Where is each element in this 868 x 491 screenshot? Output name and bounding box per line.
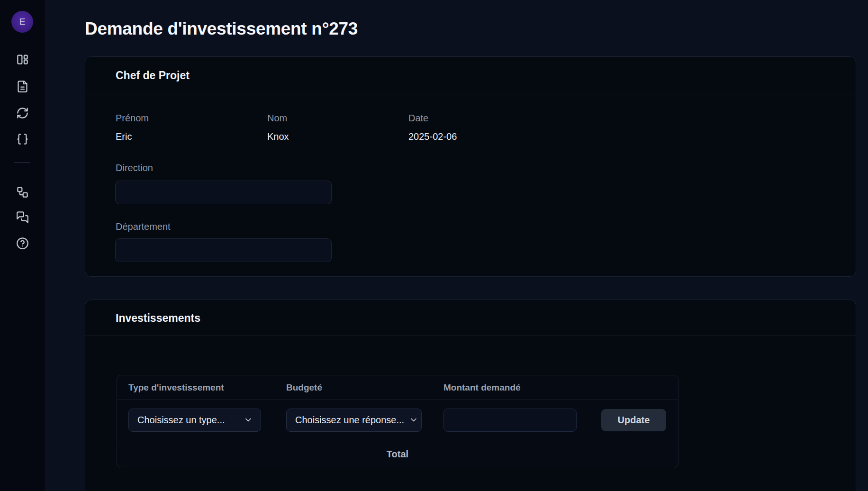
sidebar-item-workflow[interactable] (13, 182, 32, 201)
date-value: 2025-02-06 (408, 131, 825, 142)
sidebar-item-messages[interactable] (13, 208, 32, 227)
sidebar-item-help[interactable] (13, 234, 32, 253)
type-select-value: Choisissez un type... (137, 415, 225, 426)
montant-input[interactable] (443, 409, 577, 432)
field-date: Date 2025-02-06 (408, 112, 825, 142)
table-header-row: Type d'investissement Budgeté Montant de… (117, 375, 678, 400)
avatar-initial: E (19, 17, 26, 27)
sidebar-item-dashboard[interactable] (13, 50, 32, 69)
actions-cell: Update (590, 409, 678, 431)
braces-icon (16, 133, 29, 145)
chef-card-header: Chef de Projet (85, 57, 856, 94)
update-button[interactable]: Update (601, 409, 666, 431)
main-content: Demande d'investissement n°273 Chef de P… (46, 0, 868, 491)
col-budget-header: Budgeté (275, 382, 432, 393)
date-label: Date (408, 112, 825, 124)
chef-fields-row: Prénom Eric Nom Knox Date 2025-02-06 (116, 112, 825, 142)
sidebar-item-sync[interactable] (13, 103, 32, 122)
sidebar: E (0, 0, 46, 491)
table-total-row: Total (117, 440, 678, 468)
type-cell: Choisissez un type... (117, 409, 275, 432)
budget-cell: Choisissez une réponse... (275, 409, 432, 432)
prenom-value: Eric (116, 131, 267, 142)
nom-value: Knox (267, 131, 408, 142)
field-nom: Nom Knox (267, 112, 408, 142)
investments-table: Type d'investissement Budgeté Montant de… (117, 375, 678, 468)
invest-card-title: Investissements (116, 311, 200, 324)
investissements-card: Investissements Type d'investissement Bu… (85, 300, 856, 491)
help-circle-icon (16, 237, 29, 250)
field-prenom: Prénom Eric (116, 112, 267, 142)
table-input-row: Choisissez un type... Choisissez une rép… (117, 400, 678, 440)
nom-label: Nom (267, 112, 408, 124)
col-type-header: Type d'investissement (117, 382, 275, 393)
departement-label: Département (116, 221, 171, 232)
direction-label: Direction (116, 162, 153, 173)
total-label: Total (387, 449, 408, 460)
sidebar-item-documents[interactable] (13, 77, 32, 96)
type-select[interactable]: Choisissez un type... (128, 409, 261, 432)
prenom-label: Prénom (116, 112, 267, 124)
sidebar-divider (14, 162, 30, 163)
montant-cell (432, 409, 590, 432)
invest-card-header: Investissements (85, 300, 856, 336)
chef-de-projet-card: Chef de Projet Prénom Eric Nom Knox Date… (85, 56, 856, 277)
workflow-icon (16, 186, 29, 199)
chef-card-title: Chef de Projet (116, 69, 190, 82)
refresh-icon (16, 107, 29, 119)
messages-icon (16, 211, 29, 224)
chevron-down-icon (409, 415, 418, 425)
chevron-down-icon (244, 415, 253, 425)
budget-select-value: Choisissez une réponse... (295, 415, 404, 426)
avatar[interactable]: E (11, 11, 33, 33)
layout-dashboard-icon (16, 53, 29, 66)
col-montant-header: Montant demandé (432, 382, 590, 393)
file-text-icon (16, 80, 29, 93)
sidebar-item-code[interactable] (13, 129, 32, 148)
budget-select[interactable]: Choisissez une réponse... (286, 409, 422, 432)
page-title: Demande d'investissement n°273 (85, 19, 358, 39)
departement-input[interactable] (115, 238, 332, 262)
direction-input[interactable] (115, 181, 332, 204)
